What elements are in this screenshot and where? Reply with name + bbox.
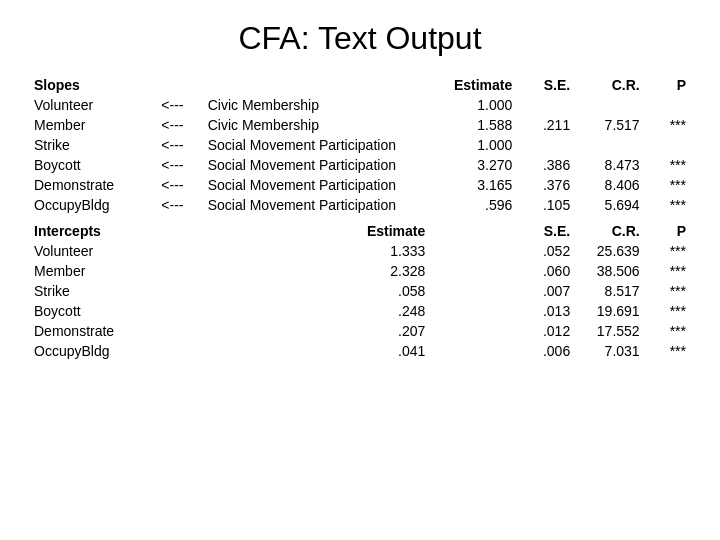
slopes-cr-header: C.R. — [574, 75, 643, 95]
intercepts-label: Intercepts — [30, 221, 157, 241]
table-row: Boycott .248 .013 19.691 *** — [30, 301, 690, 321]
table-row: Demonstrate <--- Social Movement Partici… — [30, 175, 690, 195]
table-row: Strike .058 .007 8.517 *** — [30, 281, 690, 301]
intercepts-cr-header: C.R. — [574, 221, 643, 241]
intercepts-header-row: Intercepts Estimate S.E. C.R. P — [30, 221, 690, 241]
table-row: OccupyBldg .041 .006 7.031 *** — [30, 341, 690, 361]
table-row: Strike <--- Social Movement Participatio… — [30, 135, 690, 155]
slopes-estimate-header: Estimate — [435, 75, 516, 95]
table-row: Volunteer <--- Civic Membership 1.000 — [30, 95, 690, 115]
table-row: Demonstrate .207 .012 17.552 *** — [30, 321, 690, 341]
slopes-p-header: P — [644, 75, 690, 95]
slopes-label: Slopes — [30, 75, 157, 95]
intercepts-estimate-header: Estimate — [367, 223, 425, 239]
intercepts-p-header: P — [644, 221, 690, 241]
table-row: Member <--- Civic Membership 1.588 .211 … — [30, 115, 690, 135]
table-row: Boycott <--- Social Movement Participati… — [30, 155, 690, 175]
table-row: Member 2.328 .060 38.506 *** — [30, 261, 690, 281]
slopes-se-header: S.E. — [516, 75, 574, 95]
page: CFA: Text Output Slopes Estimate S.E. C.… — [0, 0, 720, 540]
slopes-table: Slopes Estimate S.E. C.R. P Volunteer <-… — [30, 75, 690, 361]
table-row: OccupyBldg <--- Social Movement Particip… — [30, 195, 690, 215]
slopes-header-row: Slopes Estimate S.E. C.R. P — [30, 75, 690, 95]
page-title: CFA: Text Output — [30, 20, 690, 57]
intercepts-se-header: S.E. — [516, 221, 574, 241]
table-row: Volunteer 1.333 .052 25.639 *** — [30, 241, 690, 261]
